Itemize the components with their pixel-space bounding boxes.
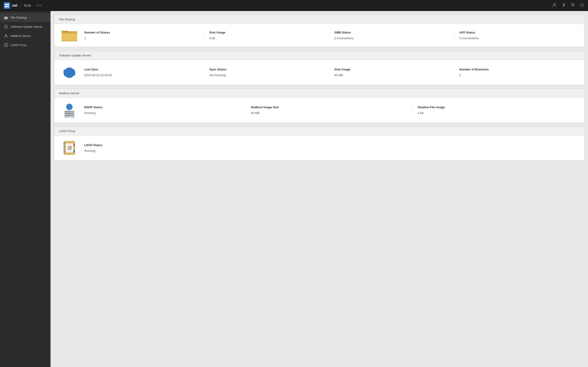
software-update-icon [4,24,8,29]
software-update-card: Software Update Server [54,51,584,85]
user-icon[interactable] [552,2,557,8]
stat-value-2: 0 Connections [334,36,450,40]
software-update-title: Software Update Server [59,54,91,57]
software-update-card-header: Software Update Server [54,51,584,60]
netboot-card-icon [59,102,80,118]
netboot-card-body: BSDP Status Running NetBoot Image Size 9… [54,98,584,123]
stat-label-ldap-0: LDAP Status [84,143,575,147]
stat-sync-status: Sync Status Not Running [205,67,330,78]
stat-value-ldap-0: Running [84,149,575,152]
file-sharing-icon [4,15,8,20]
ldap-card-header: LDAP Proxy [54,127,584,135]
ldap-card: LDAP Proxy [54,126,584,161]
file-sharing-card: File Sharing Number of Shares [54,15,584,47]
stat-label-sus-1: Sync Status [209,68,325,72]
stat-number-of-shares: Number of Shares 1 [80,30,205,41]
stat-branches: Number of Branches 2 [455,67,579,78]
stat-value-0: 1 [84,36,200,40]
stat-smb-status: SMB Status 0 Connections [330,30,455,41]
svg-rect-43 [63,143,65,144]
gear-icon[interactable] [571,2,575,8]
sidebar-label-file-sharing: File Sharing [10,16,26,19]
svg-rect-52 [73,151,75,152]
svg-rect-51 [73,149,75,151]
main-layout: File Sharing Software Update Server NetB… [0,11,588,367]
sidebar-item-ldap[interactable]: LDAP Proxy [0,40,51,50]
content: File Sharing Number of Shares [51,11,588,367]
svg-point-8 [4,25,8,28]
stat-label-0: Number of Shares [84,31,200,35]
svg-point-33 [73,111,73,112]
svg-rect-38 [65,115,71,116]
file-sharing-title: File Sharing [59,18,75,21]
stat-label-sus-3: Number of Branches [459,68,575,72]
file-sharing-stats: Number of Shares 1 Disk Usage 8 kB SMB S… [80,30,579,41]
svg-point-34 [73,113,73,114]
stat-last-sync: Last Sync 2018-09-25 22:53:20 [80,67,205,78]
sidebar-item-netboot[interactable]: NetBoot Server [0,31,51,40]
stat-afp-status: AFP Status 0 Connections [455,30,579,41]
svg-rect-46 [63,151,65,152]
svg-rect-36 [65,111,71,112]
file-sharing-card-body: Number of Shares 1 Disk Usage 8 kB SMB S… [54,24,584,47]
sidebar-label-software-update: Software Update Server [10,25,43,28]
svg-rect-0 [5,4,7,5]
stat-label-nb-2: Shadow File Usage [418,106,575,109]
svg-rect-18 [61,32,77,33]
svg-rect-44 [63,146,65,147]
lightning-icon[interactable] [561,2,566,8]
stat-value-sus-2: 90 MB [334,73,450,77]
stat-label-sus-2: Disk Usage [334,68,450,72]
topbar-icons [552,2,584,8]
svg-point-35 [73,115,73,116]
power-icon[interactable] [580,2,584,8]
stat-netboot-image-size: NetBoot Image Size 90 MB [246,105,413,116]
stat-label-nb-0: BSDP Status [84,106,242,109]
svg-text:@: @ [68,145,72,150]
stat-disk-usage-fs: Disk Usage 8 kB [205,30,330,41]
stat-shadow-file-usage: Shadow File Usage 4 kB [413,105,579,116]
netboot-title: NetBoot Server [59,92,79,95]
file-sharing-card-header: File Sharing [54,15,584,24]
stat-value-1: 8 kB [209,36,325,40]
svg-rect-2 [5,6,7,7]
stat-value-nb-1: 90 MB [251,111,408,115]
stat-value-3: 0 Connections [459,36,575,40]
ldap-card-body: @ LDAP Status Running [54,135,584,160]
software-update-card-body: Last Sync 2018-09-25 22:53:20 Sync Statu… [54,60,584,85]
software-update-card-icon [59,65,80,80]
sidebar: File Sharing Software Update Server NetB… [0,11,51,367]
stat-disk-usage-sus: Disk Usage 90 MB [330,67,455,78]
stat-value-sus-3: 2 [459,73,575,77]
ldap-card-icon: @ [59,140,80,156]
sidebar-item-software-update[interactable]: Software Update Server [0,22,51,31]
stat-label-sus-0: Last Sync [84,68,200,72]
software-update-stats: Last Sync 2018-09-25 22:53:20 Sync Statu… [80,67,579,78]
sidebar-label-netboot: NetBoot Server [10,34,31,38]
stat-value-nb-2: 4 kB [418,111,575,115]
svg-rect-7 [4,17,6,17]
stat-value-sus-0: 2018-09-25 22:53:20 [84,73,200,77]
sidebar-label-ldap: LDAP Proxy [10,43,27,47]
svg-rect-39 [65,117,67,118]
svg-rect-40 [72,117,73,118]
ldap-icon [4,43,8,47]
stat-label-3: AFP Status [459,31,575,35]
ldap-stats: LDAP Status Running [80,142,579,153]
stat-ldap-status: LDAP Status Running [80,142,579,153]
version-label: v5.0 [36,4,42,7]
ldap-title: LDAP Proxy [59,129,75,133]
stat-value-sus-1: Not Running [209,73,325,77]
sidebar-item-file-sharing[interactable]: File Sharing [0,13,51,22]
svg-point-4 [553,3,555,5]
netboot-stats: BSDP Status Running NetBoot Image Size 9… [80,105,579,116]
file-sharing-card-icon [59,29,80,42]
topbar: net | SUS v5.0 [0,0,588,11]
svg-rect-50 [73,147,75,149]
netboot-card: NetBoot Server [54,89,584,123]
svg-point-9 [5,34,7,36]
stat-label-1: Disk Usage [209,31,325,35]
logo-text: net [12,3,17,8]
stat-value-nb-0: Running [84,111,242,115]
logo-icon [4,2,10,9]
